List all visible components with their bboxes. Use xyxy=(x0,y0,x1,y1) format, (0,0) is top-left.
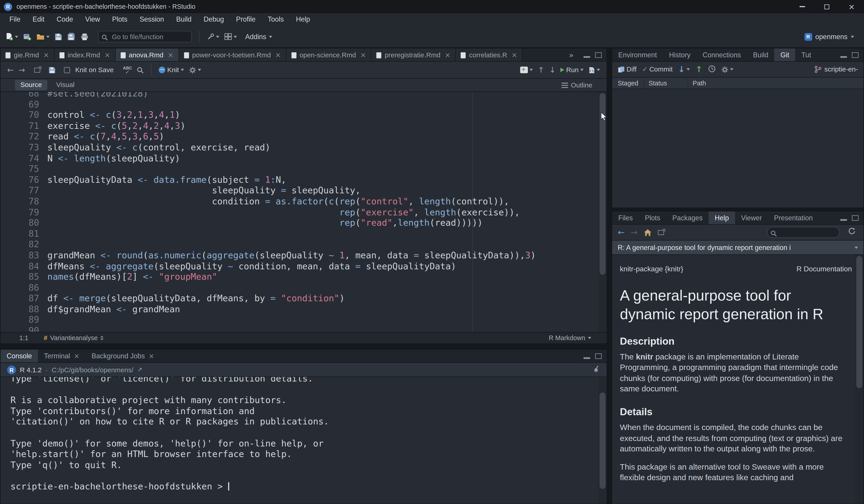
menu-item-debug[interactable]: Debug xyxy=(197,13,230,26)
menu-item-profile[interactable]: Profile xyxy=(230,13,262,26)
maximize-pane-icon[interactable] xyxy=(852,216,859,221)
console-tab-background-jobs[interactable]: Background Jobs× xyxy=(85,349,160,363)
back-icon[interactable]: ← xyxy=(7,66,14,74)
menu-item-session[interactable]: Session xyxy=(133,13,170,26)
tab-viewer[interactable]: Viewer xyxy=(735,211,768,224)
tab-close-icon[interactable]: × xyxy=(104,52,110,58)
tab-files[interactable]: Files xyxy=(612,211,639,224)
tab-close-icon[interactable]: × xyxy=(360,52,366,58)
print-button[interactable] xyxy=(81,33,89,40)
tab-presentation[interactable]: Presentation xyxy=(768,211,819,224)
tab-connections[interactable]: Connections xyxy=(697,49,747,62)
find-replace-icon[interactable] xyxy=(137,66,144,74)
git-push-button push-icon[interactable]: ↑ xyxy=(695,64,703,74)
tab-close-icon[interactable]: × xyxy=(168,52,173,58)
knit-on-save-checkbox[interactable] xyxy=(64,67,70,73)
project-selector[interactable]: R openmens xyxy=(804,33,854,40)
tab-close-icon[interactable]: × xyxy=(44,52,49,58)
pane-layout-button[interactable] xyxy=(224,33,237,40)
help-topic-selector[interactable]: R: A general-purpose tool for dynamic re… xyxy=(612,241,864,255)
go-to-next-chunk-icon[interactable]: ↓ xyxy=(549,66,556,74)
menu-item-tools[interactable]: Tools xyxy=(262,13,290,26)
git-more-button[interactable] xyxy=(721,66,733,73)
menu-item-plots[interactable]: Plots xyxy=(106,13,133,26)
scrollbar-thumb[interactable] xyxy=(599,393,605,489)
console-prompt[interactable]: scriptie-en-bachelorthese-hoofdstukken > xyxy=(11,481,599,492)
forward-icon[interactable]: → xyxy=(19,66,25,74)
maximize-pane-icon[interactable] xyxy=(595,52,602,58)
help-refresh-button[interactable] xyxy=(848,227,856,237)
tools-button[interactable] xyxy=(206,33,219,40)
visual-mode-button[interactable]: Visual xyxy=(51,80,80,90)
run-button[interactable]: Run xyxy=(561,66,584,74)
minimize-button[interactable] xyxy=(790,0,814,13)
editor-tab-open-science-rmd[interactable]: open-science.Rmd× xyxy=(286,49,371,62)
source-mode-button[interactable]: Source xyxy=(15,80,47,90)
git-history-button[interactable] xyxy=(708,65,716,74)
editor-tab-gie-rmd[interactable]: gie.Rmd× xyxy=(0,49,55,62)
editor-tab-anova-rmd[interactable]: anova.Rmd× xyxy=(116,49,179,62)
tab-close-icon[interactable]: × xyxy=(512,52,517,58)
minimize-pane-icon[interactable] xyxy=(840,216,847,221)
editor-tab-correlaties-r[interactable]: correlaties.R× xyxy=(456,49,523,62)
home-icon[interactable] xyxy=(644,229,652,236)
save-button[interactable] xyxy=(55,33,62,40)
help-back-icon[interactable]: ← xyxy=(617,227,625,237)
new-file-button[interactable] xyxy=(5,32,18,41)
menu-item-code[interactable]: Code xyxy=(51,13,79,26)
tab-overflow-icon[interactable]: » xyxy=(567,49,576,61)
run-previous-chunks-icon[interactable]: ↑ xyxy=(538,66,544,74)
doc-type-selector[interactable]: R Markdown xyxy=(549,334,591,342)
tab-close-icon[interactable]: × xyxy=(445,52,451,58)
scrollbar-thumb[interactable] xyxy=(856,256,862,388)
clear-console-button[interactable] xyxy=(592,365,600,374)
console-scrollbar[interactable] xyxy=(599,377,607,504)
minimize-pane-icon[interactable] xyxy=(840,52,847,58)
tab-help[interactable]: Help xyxy=(709,211,735,224)
menu-item-build[interactable]: Build xyxy=(170,13,197,26)
tab-environment[interactable]: Environment xyxy=(612,49,663,62)
git-diff-button[interactable]: Diff xyxy=(617,65,637,73)
spellcheck-button[interactable]: ABC ✓ xyxy=(123,65,132,75)
maximize-pane-icon[interactable] xyxy=(852,52,859,58)
addins-button[interactable]: Addins xyxy=(245,33,273,40)
console-tab-terminal[interactable]: Terminal× xyxy=(38,349,85,363)
open-wd-icon[interactable]: ↗ xyxy=(137,367,142,373)
help-content[interactable]: knitr-package {knitr} R Documentation A … xyxy=(612,255,864,504)
maximize-button[interactable] xyxy=(815,0,839,13)
maximize-pane-icon[interactable] xyxy=(595,353,602,359)
editor-tab-preregistratie-rmd[interactable]: preregistratie.Rmd× xyxy=(371,49,456,62)
section-navigator[interactable]: # Variantieanalyse xyxy=(44,334,104,342)
close-button[interactable]: × xyxy=(839,0,864,13)
outline-button[interactable]: Outline xyxy=(562,81,592,89)
editor-settings-button[interactable] xyxy=(189,66,201,74)
help-scrollbar[interactable] xyxy=(855,255,864,504)
help-search-input[interactable] xyxy=(767,227,840,238)
minimize-pane-icon[interactable] xyxy=(584,353,590,359)
menu-item-edit[interactable]: Edit xyxy=(26,13,51,26)
git-commit-button[interactable]: ✓ Commit xyxy=(642,65,673,73)
editor-tab-power-voor-t-toetsen-rmd[interactable]: power-voor-t-toetsen.Rmd× xyxy=(179,49,286,62)
tab-plots[interactable]: Plots xyxy=(639,211,666,224)
editor-scrollbar[interactable] xyxy=(599,92,607,332)
git-pull-button[interactable]: ↓ xyxy=(678,64,690,74)
show-in-new-window-icon[interactable] xyxy=(658,230,664,235)
source-button[interactable] xyxy=(589,66,600,74)
save-icon[interactable] xyxy=(49,66,56,74)
console-output[interactable]: Type 'license()' or 'licence()' for dist… xyxy=(0,377,607,504)
new-project-button[interactable] xyxy=(23,33,32,40)
open-file-button[interactable] xyxy=(36,33,50,40)
save-all-button[interactable] xyxy=(67,32,75,41)
tab-close-icon[interactable]: × xyxy=(149,353,154,359)
tab-history[interactable]: History xyxy=(663,49,697,62)
console-tab-console[interactable]: Console xyxy=(0,349,38,363)
tab-build[interactable]: Build xyxy=(747,49,775,62)
tab-packages[interactable]: Packages xyxy=(666,211,709,224)
menu-item-file[interactable]: File xyxy=(3,13,26,26)
open-in-new-window-icon[interactable] xyxy=(34,67,40,72)
help-forward-icon[interactable]: → xyxy=(631,227,638,237)
minimize-pane-icon[interactable] xyxy=(584,52,590,58)
git-file-list[interactable] xyxy=(612,89,864,208)
knit-button[interactable]: Knit xyxy=(159,66,184,74)
tab-close-icon[interactable]: × xyxy=(275,52,281,58)
